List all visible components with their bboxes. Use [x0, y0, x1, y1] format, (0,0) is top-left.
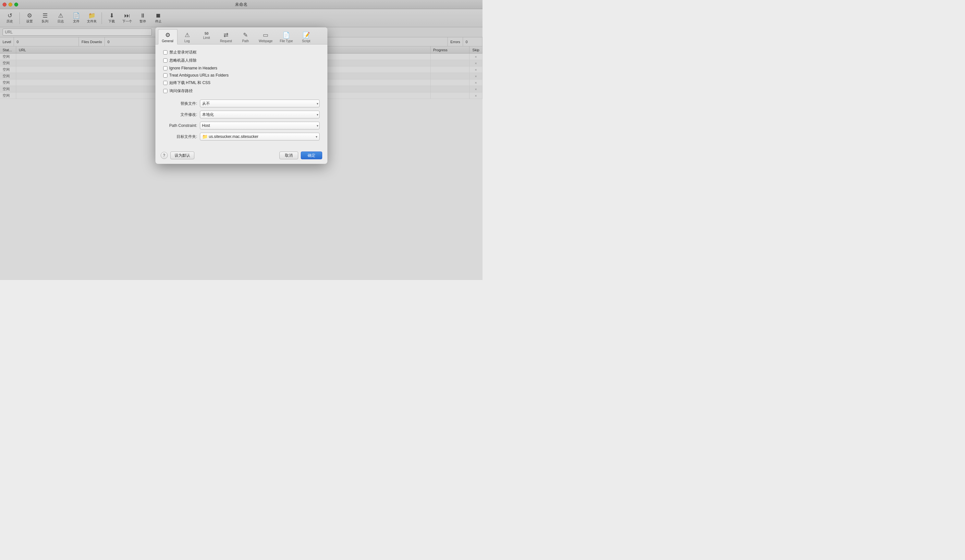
tab-webpage[interactable]: ▭ Webpage [255, 29, 276, 44]
replace-file-select[interactable]: 从不 总是 如果更新 [200, 100, 320, 108]
path-constraint-select[interactable]: Host Directory None [200, 122, 320, 129]
request-tab-label: Request [220, 39, 232, 43]
replace-file-label: 替换文件: [163, 101, 197, 106]
limit-tab-label: Limit [203, 36, 210, 39]
checkbox-always-dl-html-css: 始终下载 HTML 和 CSS [163, 80, 320, 86]
checkbox-ignore-robot-label: 忽略机器人排除 [169, 58, 196, 63]
checkbox-always-dl-html-css-input[interactable] [163, 81, 167, 85]
checkbox-no-login-dialog: 禁止登录对话框 [163, 50, 320, 55]
request-tab-icon: ⇄ [224, 31, 229, 39]
cancel-button[interactable]: 取消 [280, 152, 298, 159]
file-modify-select-container: 本地化 原始 ▾ [200, 111, 320, 118]
help-label: ? [163, 153, 165, 158]
general-tab-icon: ⚙ [165, 31, 170, 39]
overlay-backdrop: ⚙ General ⚠ Log 50 Limit ⇄ Request ✎ Pat… [0, 0, 483, 280]
checkbox-treat-ambiguous-label: Treat Ambiguous URLs as Folders [169, 73, 229, 78]
path-constraint-label: Path Constraint: [163, 123, 197, 128]
checkbox-ask-save-path-input[interactable] [163, 89, 167, 93]
dialog-buttons: ? 设为默认 取消 确定 [155, 149, 327, 164]
checkbox-ask-save-path: 询问保存路径 [163, 88, 320, 94]
checkbox-ignore-robot-input[interactable] [163, 59, 167, 63]
file-modify-select[interactable]: 本地化 原始 [200, 111, 320, 118]
replace-file-select-container: 从不 总是 如果更新 ▾ [200, 100, 320, 108]
dialog: ⚙ General ⚠ Log 50 Limit ⇄ Request ✎ Pat… [155, 27, 327, 164]
tab-limit[interactable]: 50 Limit [197, 29, 216, 44]
checkbox-treat-ambiguous: Treat Ambiguous URLs as Folders [163, 73, 320, 78]
target-folder-label: 目标文件夹: [163, 134, 197, 139]
target-folder-value: us.sitesucker.mac.sitesucker [209, 134, 314, 139]
path-constraint-select-container: Host Directory None ▾ [200, 122, 320, 129]
checkbox-ignore-robot: 忽略机器人排除 [163, 58, 320, 63]
checkbox-always-dl-html-css-label: 始终下载 HTML 和 CSS [169, 80, 211, 86]
checkbox-no-login-dialog-input[interactable] [163, 50, 167, 54]
script-tab-icon: 📝 [303, 31, 310, 39]
tab-script[interactable]: 📝 Script [296, 29, 316, 44]
log-tab-label: Log [184, 39, 190, 43]
folder-blue-icon: 📁 [202, 134, 208, 139]
tab-path[interactable]: ✎ Path [236, 29, 255, 44]
tab-filetype[interactable]: 📄 File Type [276, 29, 296, 44]
filetype-tab-label: File Type [280, 39, 293, 43]
checkbox-ignore-filename-headers-label: Ignore Filename in Headers [169, 66, 218, 70]
checkbox-ask-save-path-label: 询问保存路径 [169, 88, 193, 94]
dialog-tabs: ⚙ General ⚠ Log 50 Limit ⇄ Request ✎ Pat… [155, 27, 327, 44]
target-folder-row: 目标文件夹: 📁 us.sitesucker.mac.sitesucker ▾ [163, 133, 320, 140]
log-tab-icon: ⚠ [185, 31, 190, 39]
checkbox-ignore-filename-headers-input[interactable] [163, 66, 167, 70]
webpage-tab-icon: ▭ [263, 31, 268, 39]
replace-file-row: 替换文件: 从不 总是 如果更新 ▾ [163, 100, 320, 108]
tab-log[interactable]: ⚠ Log [177, 29, 197, 44]
general-tab-label: General [162, 39, 173, 43]
webpage-tab-label: Webpage [259, 39, 273, 43]
tab-general[interactable]: ⚙ General [158, 29, 177, 44]
help-button[interactable]: ? [160, 152, 168, 159]
filetype-tab-icon: 📄 [283, 31, 290, 39]
path-tab-icon: ✎ [243, 31, 248, 39]
path-tab-label: Path [242, 39, 249, 43]
path-constraint-row: Path Constraint: Host Directory None ▾ [163, 122, 320, 129]
checkbox-ignore-filename-headers: Ignore Filename in Headers [163, 66, 320, 70]
tab-request[interactable]: ⇄ Request [216, 29, 236, 44]
set-default-button[interactable]: 设为默认 [170, 152, 195, 159]
script-tab-label: Script [302, 39, 311, 43]
checkbox-no-login-dialog-label: 禁止登录对话框 [169, 50, 196, 55]
ok-button[interactable]: 确定 [301, 152, 322, 159]
limit-tab-icon: 50 [204, 31, 208, 35]
dialog-content: 禁止登录对话框 忽略机器人排除 Ignore Filename in Heade… [155, 44, 327, 149]
checkbox-treat-ambiguous-input[interactable] [163, 73, 167, 78]
target-folder-display[interactable]: 📁 us.sitesucker.mac.sitesucker ▾ [200, 133, 320, 140]
file-modify-label: 文件修改: [163, 112, 197, 118]
folder-arrow: ▾ [316, 135, 317, 139]
file-modify-row: 文件修改: 本地化 原始 ▾ [163, 111, 320, 118]
